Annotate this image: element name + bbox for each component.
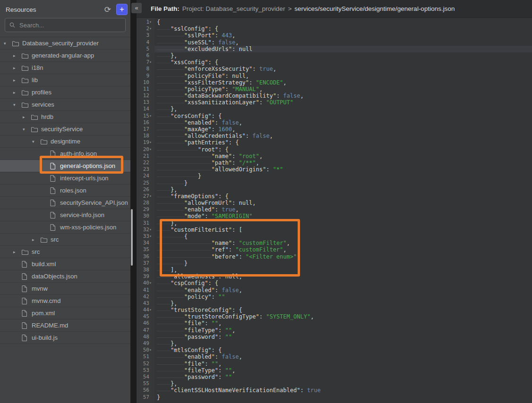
code-line-52[interactable]: 52"file": "", [137,361,532,367]
chevron-right-icon[interactable]: ▸ [13,90,22,95]
code-line-41[interactable]: 41"enabled": false, [137,287,532,294]
tree-item-readme-md[interactable]: README.md [0,319,130,332]
tree-item-lib[interactable]: ▸lib [0,74,130,86]
fold-toggle-icon[interactable]: ▾ [149,19,154,25]
code-line-3[interactable]: 3"sslPort": 443, [137,32,532,39]
tree-item-general-options-json[interactable]: general-options.json [0,160,130,172]
chevron-right-icon[interactable]: ▸ [13,78,22,83]
tree-item-mvnw[interactable]: mvnw [0,283,130,295]
chevron-down-icon[interactable]: ▾ [4,41,12,46]
code-line-26[interactable]: 26}, [137,186,532,193]
chevron-down-icon[interactable]: ▾ [13,102,22,107]
code-line-22[interactable]: 22"path": "/**", [137,160,532,166]
tree-item-database-security-provider[interactable]: ▾Database_security_provider [0,37,130,50]
chevron-down-icon[interactable]: ▾ [32,139,41,144]
tree-item-roles-json[interactable]: roles.json [0,185,130,197]
code-line-1[interactable]: 1▾{ [137,19,532,25]
code-line-54[interactable]: 54"password": "" [137,374,532,380]
code-line-42[interactable]: 42"policy": "" [137,294,532,300]
code-line-21[interactable]: 21"name": "root", [137,153,532,160]
code-line-27[interactable]: 27▾"frameOptions": { [137,193,532,200]
code-line-2[interactable]: 2▾"sslConfig": { [137,25,532,32]
fold-toggle-icon[interactable]: ▾ [149,25,154,32]
code-line-6[interactable]: 6}, [137,52,532,59]
chevron-right-icon[interactable]: ▸ [32,237,41,242]
code-line-30[interactable]: 30"mode": "SAMEORIGIN" [137,213,532,219]
code-line-31[interactable]: 31}, [137,220,532,227]
tree-item-hrdb[interactable]: ▸hrdb [0,111,130,123]
code-line-23[interactable]: 23"allowedOrigins": "*" [137,166,532,173]
tree-item-build-xml[interactable]: build.xml [0,258,130,270]
code-line-8[interactable]: 8"enforceXssSecurity": true, [137,66,532,72]
code-line-34[interactable]: 34"name": "customFilter", [137,240,532,246]
code-line-4[interactable]: 4"useSSL": false, [137,39,532,46]
fold-toggle-icon[interactable]: ▾ [149,193,154,200]
tree-item-intercept-urls-json[interactable]: intercept-urls.json [0,172,130,185]
tree-item-pom-xml[interactable]: pom.xml [0,307,130,319]
code-line-5[interactable]: 5"excludedUrls": null [137,46,532,52]
tree-item-wm-xss-policies-json[interactable]: wm-xss-policies.json [0,221,130,234]
chevron-down-icon[interactable]: ▾ [23,127,31,132]
code-line-16[interactable]: 16"enabled": false, [137,119,532,126]
tree-item-securityservice-api-json[interactable]: securityService_API.json [0,197,130,209]
tree-item-securityservice[interactable]: ▾securityService [0,123,130,135]
code-line-14[interactable]: 14}, [137,106,532,112]
add-resource-button[interactable]: + [116,4,128,15]
tree-item-mvnw-cmd[interactable]: mvnw.cmd [0,295,130,307]
code-editor[interactable]: 1▾{2▾"sslConfig": {3"sslPort": 443,4"use… [137,18,532,403]
fold-toggle-icon[interactable]: ▾ [149,139,154,146]
tree-item-src[interactable]: ▸src [0,246,130,258]
code-line-7[interactable]: 7▾"xssConfig": { [137,59,532,66]
code-line-32[interactable]: 32▾"customFilterList": [ [137,227,532,233]
fold-toggle-icon[interactable]: ▾ [149,280,154,286]
code-line-49[interactable]: 49}, [137,340,532,347]
fold-toggle-icon[interactable]: ▾ [149,146,154,153]
tree-item-src[interactable]: ▸src [0,234,130,246]
fold-toggle-icon[interactable]: ▾ [149,347,154,353]
code-line-51[interactable]: 51"enabled": false, [137,353,532,360]
chevron-right-icon[interactable]: ▸ [13,66,22,70]
code-line-37[interactable]: 37} [137,260,532,267]
code-line-19[interactable]: 19▾"pathEntries": { [137,139,532,146]
tree-item-services[interactable]: ▾services [0,99,130,111]
code-line-35[interactable]: 35"ref": "customFilter", [137,246,532,253]
code-line-39[interactable]: 39"allowedHosts": null, [137,273,532,280]
code-line-10[interactable]: 10"xssFilterStrategy": "ENCODE", [137,79,532,86]
code-line-28[interactable]: 28"allowFromUrl": null, [137,200,532,206]
tree-item-auth-info-json[interactable]: auth-info.json [0,148,130,160]
code-line-11[interactable]: 11"policyType": "MANUAL", [137,86,532,92]
tree-item-dataobjects-json[interactable]: dataObjects.json [0,270,130,283]
code-line-57[interactable]: 57} [137,394,532,401]
tree-item-service-info-json[interactable]: service-info.json [0,209,130,221]
fold-toggle-icon[interactable]: ▾ [149,59,154,66]
code-line-12[interactable]: 12"dataBackwardCompatibility": false, [137,92,532,99]
refresh-button[interactable]: ⟳ [103,6,112,14]
code-line-43[interactable]: 43}, [137,300,532,307]
code-line-13[interactable]: 13"xssSanitizationLayer": "OUTPUT" [137,99,532,106]
code-line-47[interactable]: 47"fileType": "", [137,327,532,334]
fold-toggle-icon[interactable]: ▾ [149,307,154,313]
fold-toggle-icon[interactable]: ▾ [149,113,154,119]
chevron-right-icon[interactable]: ▸ [13,250,22,254]
code-line-55[interactable]: 55}, [137,380,532,387]
code-line-33[interactable]: 33▾{ [137,233,532,240]
tree-item-profiles[interactable]: ▸profiles [0,86,130,99]
tree-item-i18n[interactable]: ▸i18n [0,62,130,74]
code-line-53[interactable]: 53"fileType": "", [137,367,532,374]
code-line-9[interactable]: 9"policyFile": null, [137,73,532,79]
code-line-18[interactable]: 18"allowCredentials": false, [137,133,532,139]
code-line-36[interactable]: 36"before": "<Filter enum>" [137,253,532,260]
code-line-15[interactable]: 15▾"corsConfig": { [137,113,532,119]
fold-toggle-icon[interactable]: ▾ [149,227,154,233]
code-line-46[interactable]: 46"file": "", [137,320,532,327]
code-line-48[interactable]: 48"password": "" [137,334,532,340]
code-line-20[interactable]: 20▾"root": { [137,146,532,153]
fold-toggle-icon[interactable]: ▾ [149,233,154,240]
code-line-24[interactable]: 24} [137,173,532,179]
tree-item-ui-build-js[interactable]: ui-build.js [0,332,130,344]
code-line-50[interactable]: 50▾"mtlsConfig": { [137,347,532,353]
code-line-17[interactable]: 17"maxAge": 1600, [137,126,532,133]
code-line-29[interactable]: 29"enabled": true, [137,206,532,213]
tree-item-generated-angular-app[interactable]: ▸generated-angular-app [0,50,130,62]
code-line-45[interactable]: 45"trustStoreConfigType": "SYSTEM_ONLY", [137,313,532,320]
